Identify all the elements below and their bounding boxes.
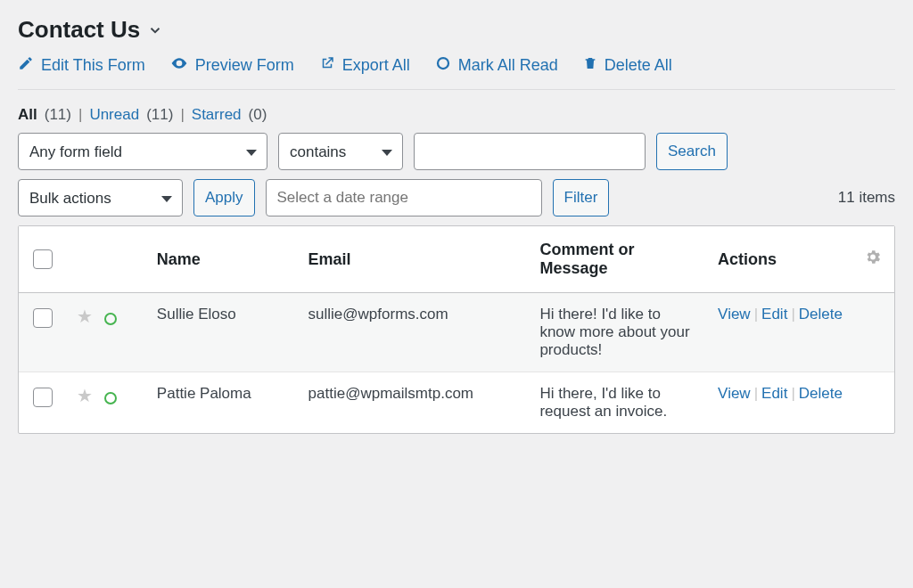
page-title[interactable]: Contact Us	[18, 16, 140, 44]
edit-form-label: Edit This Form	[41, 56, 145, 75]
filter-starred-count: (0)	[249, 106, 267, 124]
cell-email: pattie@wpmailsmtp.com	[298, 372, 530, 434]
cell-name: Sullie Eloso	[146, 293, 298, 372]
chevron-down-icon[interactable]	[147, 22, 163, 38]
edit-form-link[interactable]: Edit This Form	[18, 55, 145, 76]
unread-dot-icon[interactable]	[104, 313, 117, 325]
svg-point-0	[177, 61, 180, 64]
filter-unread-count: (11)	[146, 106, 173, 124]
delete-all-link[interactable]: Delete All	[583, 55, 672, 76]
unread-dot-icon[interactable]	[104, 392, 117, 404]
col-email[interactable]: Email	[298, 226, 530, 293]
edit-link[interactable]: Edit	[761, 306, 787, 323]
svg-point-1	[438, 58, 448, 69]
pencil-icon	[18, 55, 34, 76]
filter-button[interactable]: Filter	[553, 179, 610, 216]
table-row: ★ Pattie Paloma pattie@wpmailsmtp.com Hi…	[19, 372, 894, 434]
export-all-label: Export All	[342, 56, 410, 75]
search-value-input[interactable]	[414, 133, 646, 170]
date-range-input[interactable]	[266, 179, 542, 216]
select-all-checkbox[interactable]	[33, 249, 53, 269]
cell-msg: Hi there! I'd like to know more about yo…	[529, 293, 707, 372]
gear-icon[interactable]	[864, 249, 882, 271]
filter-all[interactable]: All	[18, 106, 37, 124]
apply-button[interactable]: Apply	[193, 179, 255, 216]
mark-read-label: Mark All Read	[458, 56, 558, 75]
col-comment[interactable]: Comment or Message	[529, 226, 707, 293]
search-field-select[interactable]: Any form field	[18, 133, 267, 170]
col-actions: Actions	[718, 250, 777, 268]
cell-msg: Hi there, I'd like to request an invoice…	[529, 372, 707, 434]
delete-link[interactable]: Delete	[799, 306, 843, 323]
export-all-link[interactable]: Export All	[319, 55, 410, 76]
filter-unread[interactable]: Unread	[89, 106, 139, 124]
filter-starred[interactable]: Starred	[192, 106, 242, 124]
preview-form-link[interactable]: Preview Form	[170, 54, 294, 77]
star-icon[interactable]: ★	[77, 306, 93, 326]
mark-read-link[interactable]: Mark All Read	[435, 55, 558, 76]
eye-icon	[170, 54, 188, 77]
delete-all-label: Delete All	[605, 56, 672, 75]
filter-all-count: (11)	[45, 106, 71, 124]
preview-form-label: Preview Form	[195, 56, 294, 75]
row-checkbox[interactable]	[33, 388, 53, 407]
cell-name: Pattie Paloma	[146, 372, 298, 434]
circle-icon	[435, 55, 451, 76]
col-name[interactable]: Name	[146, 226, 298, 293]
view-link[interactable]: View	[718, 385, 751, 402]
export-icon	[319, 55, 335, 76]
items-count: 11 items	[838, 189, 895, 207]
cell-email: sullie@wpforms.com	[298, 293, 530, 372]
edit-link[interactable]: Edit	[761, 385, 787, 402]
bulk-actions-select[interactable]: Bulk actions	[18, 179, 183, 216]
row-checkbox[interactable]	[33, 308, 53, 328]
table-row: ★ Sullie Eloso sullie@wpforms.com Hi the…	[19, 293, 894, 372]
delete-link[interactable]: Delete	[799, 385, 843, 402]
star-icon[interactable]: ★	[77, 386, 93, 405]
view-link[interactable]: View	[718, 306, 751, 323]
search-op-select[interactable]: contains	[278, 133, 403, 170]
search-button[interactable]: Search	[656, 133, 728, 170]
trash-icon	[583, 55, 597, 76]
